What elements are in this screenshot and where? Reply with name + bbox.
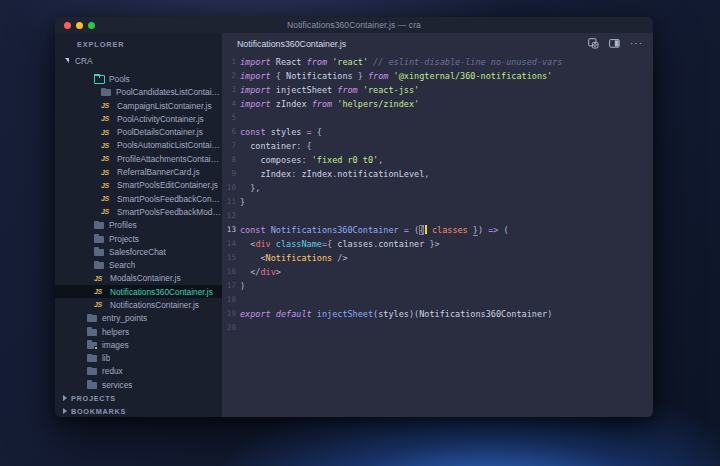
more-actions-icon[interactable]: ··· — [630, 40, 643, 48]
line-number: 18 — [222, 293, 236, 307]
tree-item[interactable]: JSCampaignListContainer.js — [55, 99, 222, 112]
tree-item[interactable]: JSReferralBannerCard.js — [55, 165, 222, 178]
file-tree: CRAPoolsPoolCandidatesListContain...JSCa… — [55, 54, 222, 391]
code-line-content: const Notifications360Container = ({ cla… — [236, 223, 509, 237]
tree-item[interactable]: JSNotificationsContainer.js — [55, 298, 222, 311]
chevron-collapsed-icon — [63, 395, 67, 401]
tree-item[interactable]: JSPoolActivityContainer.js — [55, 112, 222, 125]
tree-item[interactable]: JSSmartPoolsFeedbackConta... — [55, 192, 222, 205]
code-editor[interactable]: 1import React from 'react' // eslint-dis… — [222, 54, 653, 417]
folder-icon — [94, 261, 104, 269]
tree-item[interactable]: JSProfileAttachmentsContain... — [55, 152, 222, 165]
editor-pane: Notifications360Container.js — [222, 33, 653, 417]
code-line[interactable]: 12 — [222, 209, 653, 223]
tree-item[interactable]: helpers — [55, 325, 222, 338]
chevron-expanded-icon[interactable] — [63, 58, 70, 63]
sidebar-section-projects[interactable]: PROJECTS — [55, 391, 222, 404]
code-line[interactable]: 19export default injectSheet(styles)(Not… — [222, 307, 653, 321]
tree-item-label: SmartPoolsFeedbackConta... — [117, 194, 222, 204]
tree-item[interactable]: JSPoolsAutomaticListContain... — [55, 139, 222, 152]
tree-item[interactable]: JSPoolDetailsContainer.js — [55, 125, 222, 138]
tree-item-label: lib — [102, 353, 110, 363]
code-line[interactable]: 8 composes: 'fixed r0 t0', — [222, 153, 653, 167]
line-number: 10 — [222, 181, 236, 195]
tab-active-file[interactable]: Notifications360Container.js — [237, 39, 346, 49]
tree-item[interactable]: entry_points — [55, 312, 222, 325]
chevron-collapsed-icon — [63, 408, 67, 414]
tree-item[interactable]: redux — [55, 365, 222, 378]
folder-icon — [87, 381, 97, 389]
preview-icon[interactable] — [588, 38, 599, 49]
code-line[interactable]: 14 <div className={ classes.container }> — [222, 237, 653, 251]
tree-item-label: SmartPoolsEditContainer.js — [117, 180, 218, 190]
code-line[interactable]: 2import { Notifications } from '@xingter… — [222, 69, 653, 83]
code-line[interactable]: 10 }, — [222, 181, 653, 195]
folder-icon — [94, 221, 104, 229]
section-label: PROJECTS — [71, 394, 116, 403]
code-line[interactable]: 16 </div> — [222, 265, 653, 279]
tree-item-label: redux — [102, 366, 123, 376]
code-line-content — [236, 293, 240, 307]
folder-icon — [87, 314, 97, 322]
line-number: 5 — [222, 111, 236, 125]
line-number: 15 — [222, 251, 236, 265]
window-titlebar[interactable]: Notifications360Container.js — cra — [55, 17, 653, 33]
line-number: 11 — [222, 195, 236, 209]
folder-icon — [87, 367, 97, 375]
tree-item-label: Notifications360Container.js — [110, 287, 213, 297]
code-line[interactable]: 11} — [222, 195, 653, 209]
code-line[interactable]: 15 <Notifications /> — [222, 251, 653, 265]
line-number: 19 — [222, 307, 236, 321]
sidebar-section-bookmarks[interactable]: BOOKMARKS — [55, 405, 222, 417]
js-file-icon: JS — [94, 300, 105, 309]
code-line[interactable]: 6const styles = { — [222, 125, 653, 139]
code-line-content: <Notifications /> — [236, 251, 348, 265]
tree-item[interactable]: Projects — [55, 232, 222, 245]
code-line[interactable]: 3import injectSheet from 'react-jss' — [222, 83, 653, 97]
code-line[interactable]: 13const Notifications360Container = ({ c… — [222, 223, 653, 237]
folder-image-icon — [87, 341, 97, 349]
folder-open-icon — [94, 75, 104, 83]
tree-item-label: Search — [109, 260, 135, 270]
code-line[interactable]: 5 — [222, 111, 653, 125]
tree-item[interactable]: lib — [55, 352, 222, 365]
line-number: 6 — [222, 125, 236, 139]
tree-item[interactable]: Search — [55, 258, 222, 271]
code-line-content: const styles = { — [236, 125, 322, 139]
tree-item-label: PoolCandidatesListContain... — [116, 87, 222, 97]
tree-item[interactable]: JSModalsContainer.js — [55, 272, 222, 285]
code-line[interactable]: 9 zIndex: zIndex.notificationLevel, — [222, 167, 653, 181]
code-line[interactable]: 4import zIndex from 'helpers/zindex' — [222, 97, 653, 111]
code-line[interactable]: 20 — [222, 321, 653, 335]
tree-item-label: Pools — [109, 74, 130, 84]
code-line[interactable]: 1import React from 'react' // eslint-dis… — [222, 55, 653, 69]
tree-item[interactable]: JSSmartPoolsFeedbackModa... — [55, 205, 222, 218]
code-line[interactable]: 7 container: { — [222, 139, 653, 153]
tree-item-label: Projects — [109, 234, 139, 244]
line-number: 16 — [222, 265, 236, 279]
line-number: 12 — [222, 209, 236, 223]
js-file-icon: JS — [101, 128, 112, 137]
js-file-icon: JS — [101, 168, 112, 177]
tree-item-label: ReferralBannerCard.js — [117, 167, 200, 177]
tree-item[interactable]: Pools — [55, 72, 222, 85]
line-number: 14 — [222, 237, 236, 251]
code-line[interactable]: 17) — [222, 279, 653, 293]
code-line-content — [236, 209, 240, 223]
tree-item[interactable]: SalesforceChat — [55, 245, 222, 258]
tree-item[interactable]: JSSmartPoolsEditContainer.js — [55, 179, 222, 192]
js-file-icon: JS — [101, 207, 112, 216]
split-editor-icon[interactable] — [609, 39, 620, 48]
tree-item[interactable]: CRA — [55, 54, 222, 67]
tree-item[interactable]: PoolCandidatesListContain... — [55, 86, 222, 99]
tree-item-label: NotificationsContainer.js — [110, 300, 199, 310]
tree-item-label: images — [102, 340, 129, 350]
tree-item[interactable]: services — [55, 378, 222, 391]
tree-item[interactable]: Profiles — [55, 219, 222, 232]
tree-item[interactable]: JSNotifications360Container.js — [55, 285, 222, 298]
tree-item-label: Profiles — [109, 220, 137, 230]
tree-item[interactable]: images — [55, 338, 222, 351]
code-line[interactable]: 18 — [222, 293, 653, 307]
code-line-content: import zIndex from 'helpers/zindex' — [236, 97, 419, 111]
sidebar-sections: PROJECTSBOOKMARKS — [55, 391, 222, 417]
